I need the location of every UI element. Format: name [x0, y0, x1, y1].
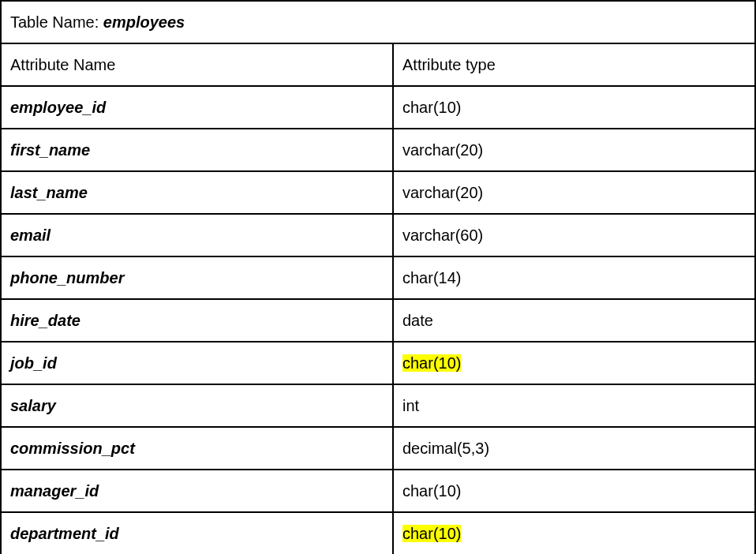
attribute-name-cell: phone_number — [1, 256, 393, 299]
attribute-name-cell: first_name — [1, 129, 393, 171]
attribute-name: commission_pct — [10, 440, 135, 457]
attribute-name: email — [10, 226, 51, 244]
attribute-type: char(10) — [402, 99, 461, 116]
attribute-type: varchar(20) — [402, 141, 483, 159]
table-row: employee_idchar(10) — [1, 86, 755, 129]
attribute-type: date — [402, 312, 433, 329]
attribute-name-cell: hire_date — [1, 299, 393, 342]
table-title-row: Table Name: employees — [1, 1, 755, 43]
table-row: last_namevarchar(20) — [1, 171, 755, 214]
attribute-name: salary — [10, 397, 56, 414]
attribute-name: hire_date — [10, 312, 80, 329]
table-title-cell: Table Name: employees — [1, 1, 755, 43]
attribute-name: last_name — [10, 184, 88, 201]
attribute-type-cell: varchar(20) — [393, 129, 755, 171]
attribute-type: varchar(60) — [402, 226, 483, 244]
attribute-type: decimal(5,3) — [402, 440, 489, 457]
table-row: salaryint — [1, 384, 755, 427]
table-row: phone_numberchar(14) — [1, 256, 755, 299]
table-row: first_namevarchar(20) — [1, 129, 755, 171]
attribute-type-cell: varchar(60) — [393, 214, 755, 256]
header-attribute-name: Attribute Name — [1, 43, 393, 86]
attribute-name-cell: email — [1, 214, 393, 256]
table-title-name: employees — [103, 13, 185, 31]
attribute-type-cell: char(10) — [393, 86, 755, 129]
attribute-type-cell: char(10) — [393, 512, 755, 554]
attribute-name: first_name — [10, 141, 90, 159]
schema-table: Table Name: employees Attribute Name Att… — [0, 0, 756, 554]
attribute-type: varchar(20) — [402, 184, 483, 201]
table-title-prefix: Table Name: — [10, 13, 103, 31]
attribute-type: char(10) — [402, 525, 461, 542]
attribute-name: phone_number — [10, 269, 124, 286]
table-row: department_idchar(10) — [1, 512, 755, 554]
attribute-name-cell: last_name — [1, 171, 393, 214]
attribute-name-cell: salary — [1, 384, 393, 427]
attribute-name-cell: job_id — [1, 342, 393, 384]
table-row: commission_pctdecimal(5,3) — [1, 427, 755, 470]
attribute-type-cell: decimal(5,3) — [393, 427, 755, 470]
attribute-name: manager_id — [10, 482, 99, 500]
attribute-type: char(14) — [402, 269, 461, 286]
schema-table-wrapper: Table Name: employees Attribute Name Att… — [0, 0, 756, 554]
header-attribute-type: Attribute type — [393, 43, 755, 86]
attribute-type-cell: char(10) — [393, 342, 755, 384]
attribute-type: int — [402, 397, 419, 414]
attribute-name-cell: department_id — [1, 512, 393, 554]
attribute-name: job_id — [10, 354, 57, 372]
attribute-name-cell: commission_pct — [1, 427, 393, 470]
attribute-name-cell: employee_id — [1, 86, 393, 129]
attribute-type-cell: char(10) — [393, 470, 755, 512]
attribute-type: char(10) — [402, 354, 461, 372]
table-row: job_idchar(10) — [1, 342, 755, 384]
attribute-name: employee_id — [10, 99, 106, 116]
table-row: emailvarchar(60) — [1, 214, 755, 256]
attribute-type-cell: int — [393, 384, 755, 427]
attribute-type-cell: char(14) — [393, 256, 755, 299]
attribute-type: char(10) — [402, 482, 461, 500]
table-row: hire_datedate — [1, 299, 755, 342]
table-row: manager_idchar(10) — [1, 470, 755, 512]
attribute-name-cell: manager_id — [1, 470, 393, 512]
attribute-type-cell: date — [393, 299, 755, 342]
header-row: Attribute Name Attribute type — [1, 43, 755, 86]
attribute-name: department_id — [10, 525, 119, 542]
attribute-type-cell: varchar(20) — [393, 171, 755, 214]
